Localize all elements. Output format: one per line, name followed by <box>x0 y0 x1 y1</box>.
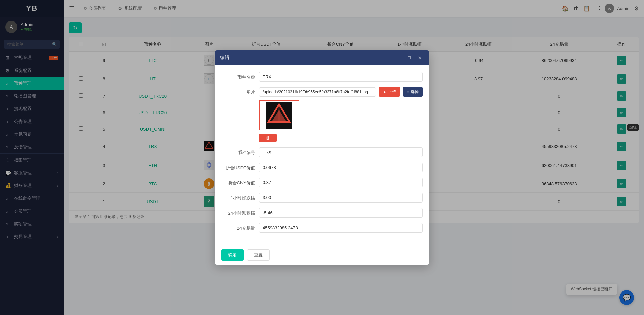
upload-icon: ▲ <box>383 90 387 94</box>
reset-button[interactable]: 重置 <box>247 249 270 261</box>
form-row-h1: 1小时涨跌幅 <box>221 193 423 203</box>
image-label: 图片 <box>221 87 255 95</box>
form-row-cny: 折合CNY价值 <box>221 178 423 187</box>
dialog-overlay: 编辑 — □ ✕ 币种名称 图片 ▲ <box>0 0 644 315</box>
dialog-title: 编辑 <box>220 55 394 61</box>
dialog-maximize-button[interactable]: □ <box>406 54 413 61</box>
dialog-header-actions: — □ ✕ <box>394 54 424 61</box>
dialog-minimize-button[interactable]: — <box>394 54 402 61</box>
h24-input[interactable] <box>259 208 423 218</box>
coin-code-label: 币种编号 <box>221 147 255 156</box>
coin-code-input[interactable] <box>259 147 423 157</box>
dialog-footer: 确定 重置 <box>215 245 429 265</box>
vol-input[interactable] <box>259 223 423 233</box>
image-preview-wrap: 🗑 <box>259 100 423 142</box>
cny-value-input[interactable] <box>259 178 423 187</box>
select-button[interactable]: ≡ 选择 <box>403 87 423 97</box>
dialog-close-button[interactable]: ✕ <box>416 54 424 61</box>
coin-name-label: 币种名称 <box>221 72 255 80</box>
form-row-usdt: 折合USDT价值 <box>221 163 423 172</box>
delete-preview-button[interactable]: 🗑 <box>259 134 277 142</box>
form-row-image: 图片 ▲ 上传 ≡ 选择 <box>221 87 423 142</box>
upload-label: 上传 <box>388 89 396 95</box>
h1-label: 1小时涨跌幅 <box>221 193 255 201</box>
usdt-value-label: 折合USDT价值 <box>221 163 255 171</box>
form-row-coin-name: 币种名称 <box>221 72 423 82</box>
form-row-coin-code: 币种编号 <box>221 147 423 157</box>
trx-preview-svg <box>266 102 292 129</box>
h1-input[interactable] <box>259 193 423 203</box>
select-label: 选择 <box>411 89 419 95</box>
form-row-h24: 24小时涨跌幅 <box>221 208 423 218</box>
dialog-body: 币种名称 图片 ▲ 上传 ≡ 选择 <box>215 65 429 245</box>
upload-button[interactable]: ▲ 上传 <box>379 87 400 97</box>
confirm-button[interactable]: 确定 <box>221 249 244 261</box>
vol-label: 24交易量 <box>221 223 255 231</box>
h24-label: 24小时涨跌幅 <box>221 208 255 216</box>
coin-name-input[interactable] <box>259 72 423 82</box>
image-preview <box>259 100 299 130</box>
image-input-row: ▲ 上传 ≡ 选择 <box>259 87 423 97</box>
form-row-vol: 24交易量 <box>221 223 423 233</box>
edit-dialog: 编辑 — □ ✕ 币种名称 图片 ▲ <box>215 50 429 265</box>
cny-value-label: 折合CNY价值 <box>221 178 255 186</box>
list-icon: ≡ <box>407 90 409 94</box>
dialog-header: 编辑 — □ ✕ <box>215 50 429 65</box>
image-path-input[interactable] <box>259 87 376 97</box>
usdt-value-input[interactable] <box>259 163 423 172</box>
